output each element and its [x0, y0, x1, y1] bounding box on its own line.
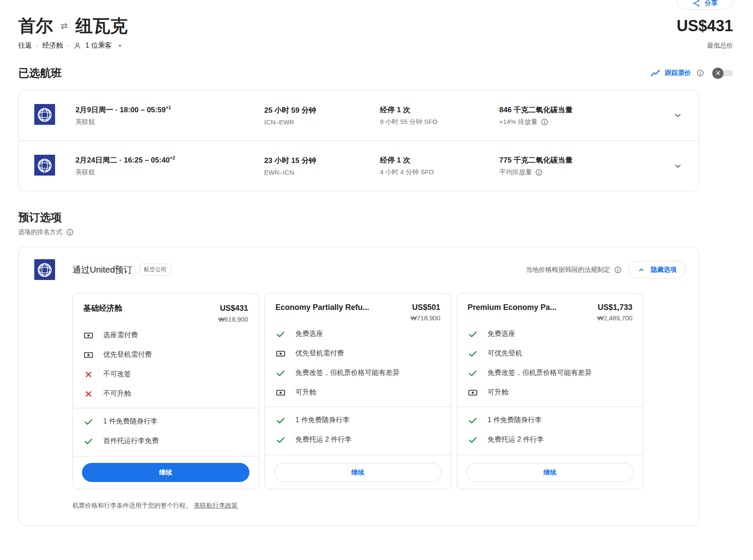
flight-datetime: 2月9日周一 · 18:00 – 05:59 [75, 106, 166, 114]
check-icon [83, 417, 94, 427]
track-price-toggle[interactable] [712, 68, 733, 79]
separator-dot: · [36, 42, 38, 50]
fare-local-price: ₩618,900 [73, 313, 259, 323]
separator-dot: · [67, 42, 69, 50]
check-icon [275, 415, 286, 426]
info-icon[interactable] [614, 266, 622, 274]
check-icon [468, 329, 478, 339]
fare-baggage: 1 件免费随身行李 [468, 410, 633, 430]
united-airlines-logo [34, 119, 55, 126]
fare-card-basic-economy: 基础经济舱 US$431 ₩618,900 选座需付费 优先登机需付费 不可改签… [72, 293, 259, 489]
fare-feature: 免费选座 [468, 324, 633, 344]
toggle-thumb-off [712, 68, 724, 79]
fare-baggage: 首件托运行李免费 [83, 431, 249, 451]
arrival-day-offset: +2 [170, 155, 175, 160]
divider [457, 455, 643, 455]
fare-feature: 可升舱 [468, 383, 633, 402]
layover-detail: 4 小时 4 分钟 SFO [380, 168, 499, 176]
paid-icon [275, 348, 286, 359]
check-icon [468, 368, 478, 378]
divider [265, 455, 451, 455]
fare-price: US$1,733 [598, 303, 632, 312]
chevron-down-icon[interactable] [673, 110, 683, 120]
info-icon[interactable] [535, 168, 543, 176]
fare-card-premium-economy: Premium Economy Pa... US$1,733 ₩2,489,70… [457, 293, 643, 489]
layover-detail: 9 小时 55 分钟 SFO [380, 118, 499, 126]
check-icon [83, 436, 94, 446]
flight-datetime: 2月24日周二 · 16:25 – 05:40 [75, 156, 170, 164]
fare-price: US$501 [412, 303, 440, 312]
fare-feature: 可优先登机 [468, 344, 633, 363]
fare-name: Premium Economy Pa... [468, 303, 557, 312]
info-icon[interactable] [540, 118, 549, 126]
emissions-note: +14% 排放量 [499, 118, 537, 126]
flight-duration: 23 小时 15 分钟 [264, 156, 380, 166]
fare-feature: 优先登机需付费 [83, 345, 249, 365]
continue-button[interactable]: 继续 [82, 463, 249, 482]
check-icon [468, 435, 478, 445]
fare-baggage: 1 件免费随身行李 [275, 410, 441, 430]
flight-stops: 经停 1 次 [380, 155, 499, 165]
fare-baggage: 1 件免费随身行李 [83, 412, 249, 431]
fare-feature: 不可升舱 [83, 384, 249, 404]
fare-card-economy-refundable: Economy Partially Refu... US$501 ₩718,90… [265, 293, 451, 489]
check-icon [275, 368, 286, 378]
cross-icon [83, 389, 94, 399]
hide-options-button[interactable]: 隐藏选项 [628, 261, 686, 278]
person-icon [73, 42, 82, 50]
google-flights-page: 分享 首尔 纽瓦克 US$431 往返 · 经济舱 · 1 位乘客 最低总价 [0, 0, 753, 560]
chevron-down-icon[interactable] [673, 161, 683, 171]
swap-arrows-icon [59, 21, 69, 31]
route-header: 首尔 纽瓦克 US$431 [18, 0, 733, 38]
info-icon[interactable] [66, 228, 74, 236]
flight-row-outbound[interactable]: 2月9日周一 · 18:00 – 05:59+1 美联航 25 小时 59 分钟… [19, 90, 699, 140]
united-airlines-logo [34, 169, 55, 177]
continue-button[interactable]: 继续 [466, 463, 634, 482]
fare-feature: 免费改签，但机票价格可能有差异 [275, 363, 441, 383]
share-label: 分享 [705, 0, 718, 7]
paid-icon [275, 387, 286, 398]
share-button[interactable]: 分享 [677, 0, 733, 10]
flight-row-return[interactable]: 2月24日周二 · 16:25 – 05:40+2 美联航 23 小时 15 分… [19, 140, 699, 191]
airline-badge: 航空公司 [139, 264, 171, 276]
paid-icon [468, 387, 478, 398]
baggage-policy-link[interactable]: 美联航行李政策 [194, 502, 238, 509]
trip-meta-selector[interactable]: 往返 · 经济舱 · 1 位乘客 [18, 41, 124, 50]
fare-feature: 可升舱 [275, 383, 441, 402]
emissions-note: 平均排放量 [499, 168, 532, 176]
provider-title: 通过United预订 [72, 264, 132, 276]
fare-name: 基础经济舱 [83, 303, 122, 313]
fare-baggage: 免费托运 2 件行李 [468, 430, 633, 449]
flight-duration: 25 小时 59 分钟 [264, 105, 380, 115]
info-icon[interactable] [696, 69, 704, 77]
check-icon [275, 329, 286, 339]
check-icon [468, 348, 478, 359]
destination-city: 纽瓦克 [75, 14, 128, 38]
fare-local-price: ₩718,900 [265, 312, 451, 322]
trip-type: 往返 [18, 41, 32, 50]
airline-name: 美联航 [75, 168, 264, 176]
fare-footnote: 机票价格和行李条件适用于您的整个行程。 美联航行李政策 [19, 489, 699, 525]
fare-feature: 不可改签 [83, 365, 249, 384]
route-title: 首尔 纽瓦克 [18, 14, 128, 38]
flight-emissions: 775 千克二氧化碳当量 [499, 155, 673, 165]
local-price-note: 当地价格根据韩国的法规制定 [526, 266, 610, 274]
fare-feature: 选座需付费 [83, 326, 249, 345]
chevron-up-icon [637, 266, 645, 274]
continue-button[interactable]: 继续 [274, 463, 442, 482]
track-prices-link[interactable]: 跟踪票价 [650, 68, 691, 78]
check-icon [468, 415, 478, 426]
cross-icon [83, 369, 94, 380]
booking-options-card: 通过United预订 航空公司 当地价格根据韩国的法规制定 隐藏选项 [18, 247, 699, 526]
fare-name: Economy Partially Refu... [275, 303, 369, 312]
price-caption: 最低总价 [707, 42, 733, 50]
paid-icon [83, 350, 94, 360]
cabin-class: 经济舱 [42, 41, 63, 50]
selected-flights-card: 2月9日周一 · 18:00 – 05:59+1 美联航 25 小时 59 分钟… [18, 90, 699, 191]
flight-emissions: 846 千克二氧化碳当量 [499, 105, 673, 115]
flight-route: EWR–ICN [264, 169, 380, 176]
arrival-day-offset: +1 [166, 105, 171, 110]
booking-options-title: 预订选项 [18, 210, 733, 225]
paid-icon [83, 330, 94, 341]
selected-flights-title: 已选航班 [18, 66, 62, 80]
